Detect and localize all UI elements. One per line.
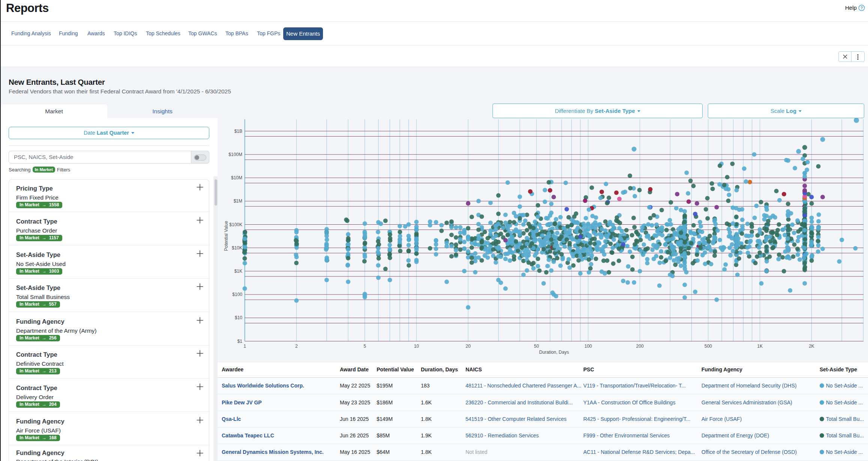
svg-text:?: ? [860,6,863,10]
